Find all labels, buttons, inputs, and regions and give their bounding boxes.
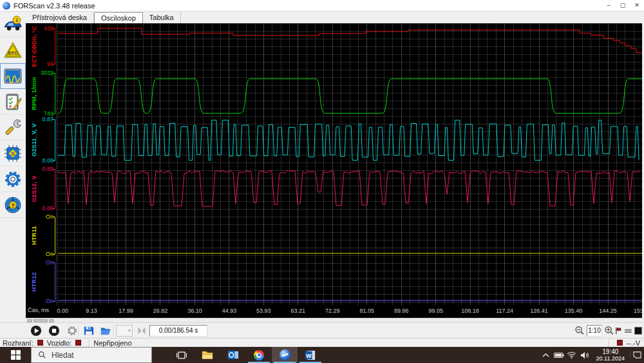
o2s11-axis-bracket xyxy=(52,120,55,161)
oscilloscope-icon xyxy=(3,66,23,86)
outlook-button[interactable] xyxy=(220,347,246,363)
x-axis-tick: 0.00 xyxy=(57,308,69,314)
service-icon xyxy=(3,118,23,137)
forscan-logo-icon xyxy=(3,2,10,10)
tab-osciloskop[interactable]: Osciloskop xyxy=(94,12,143,23)
oscilloscope-view[interactable]: 1009130327410.870.000.850.00OnOnOnOn0.00… xyxy=(26,23,642,318)
x-axis-title: Čas, ms xyxy=(28,307,49,313)
close-button[interactable]: ✕ xyxy=(630,0,644,11)
clear-button[interactable] xyxy=(134,324,149,337)
o2s12-axis-bracket xyxy=(52,170,55,209)
vehicle-label: Vozidlo: xyxy=(47,339,72,347)
chrome-button[interactable] xyxy=(246,347,272,363)
o2s12-channel-label: O2S12, V xyxy=(31,175,37,202)
speed-dropdown[interactable]: ▾ xyxy=(116,325,133,337)
sidebar-programming-button[interactable]: S xyxy=(0,141,26,166)
interface-label: Rozhraní: xyxy=(3,339,33,347)
x-axis-tick: 26.82 xyxy=(153,308,168,314)
tray-clock[interactable]: 19:40 20.11.2024 xyxy=(591,348,630,362)
stop-button[interactable] xyxy=(46,324,62,337)
x-axis-tick: 144.25 xyxy=(599,308,617,314)
forscan-icon xyxy=(279,349,290,360)
volume-icon[interactable] xyxy=(578,351,591,359)
tab-p-strojov-deska[interactable]: Přístrojová deska xyxy=(26,12,94,23)
minimize-button[interactable]: – xyxy=(601,0,616,11)
zoom-ratio-display: 1:10 xyxy=(587,325,602,337)
x-axis-tick: 81.05 xyxy=(359,308,374,314)
sidebar-tests-button[interactable] xyxy=(0,89,26,115)
programming-icon: S xyxy=(3,144,23,163)
htr11-min-label: On xyxy=(46,251,53,257)
search-placeholder: Hledat xyxy=(52,351,74,360)
tests-icon xyxy=(3,92,23,112)
tab-tabulka[interactable]: Tabulka xyxy=(143,12,181,23)
word-button[interactable]: W xyxy=(298,347,323,363)
o2s12-max-label: 0.85 xyxy=(42,166,53,172)
sidebar-service-button[interactable] xyxy=(0,115,26,141)
background-color-button[interactable] xyxy=(633,324,643,337)
maximize-button[interactable]: ▢ xyxy=(616,0,630,11)
x-axis-tick: 89.86 xyxy=(394,308,409,314)
x-axis-tick: 17.99 xyxy=(118,308,133,314)
ect-channel-label: ECT.OBDII, °C xyxy=(31,26,37,67)
taskbar-search[interactable]: Hledat xyxy=(31,347,152,363)
battery-voltage: --.-V xyxy=(627,339,640,347)
title-bar: FORScan v2.3.48 release – ▢ ✕ xyxy=(0,0,644,12)
search-icon xyxy=(38,351,46,359)
htr12-min-label: On xyxy=(46,298,53,304)
notification-center-button[interactable] xyxy=(630,351,644,358)
svg-text:DTC: DTC xyxy=(8,51,17,55)
toolbar-separator xyxy=(79,325,79,337)
connection-status: Nepřipojeno xyxy=(93,339,131,347)
sidebar-vehicle-info-button[interactable]: i xyxy=(0,12,26,37)
o2s12-trace xyxy=(58,171,640,207)
o2s11-trace xyxy=(58,120,639,160)
sidebar-dtc-button[interactable]: DTC xyxy=(0,37,26,63)
wifi-icon[interactable] xyxy=(565,351,578,358)
play-button[interactable] xyxy=(28,324,44,337)
open-button[interactable] xyxy=(98,324,113,337)
svg-text:S: S xyxy=(11,151,15,157)
scope-toolbar: ▾ 0.00/186.54 s 1:10 xyxy=(0,322,644,338)
x-axis-tick: 135.40 xyxy=(565,308,583,314)
zoom-out-button[interactable] xyxy=(572,324,587,337)
tray-time: 19:40 xyxy=(596,348,625,355)
scope-scrollbar[interactable] xyxy=(26,318,642,322)
tray-expand-button[interactable] xyxy=(540,353,553,358)
x-axis-tick: 153.18 xyxy=(634,308,642,314)
tab-bar: Přístrojová deskaOsciloskopTabulka xyxy=(26,12,644,23)
htr11-axis-bracket xyxy=(52,217,55,255)
sidebar: iDTCS? xyxy=(0,12,26,322)
sidebar-help-button[interactable]: ? xyxy=(0,192,26,218)
window-title: FORScan v2.3.48 release xyxy=(14,2,95,10)
marker-button[interactable] xyxy=(614,324,623,337)
x-axis-tick: 72.29 xyxy=(325,308,340,314)
task-view-button[interactable] xyxy=(169,347,194,363)
help-icon: ? xyxy=(3,195,23,215)
status-divider xyxy=(609,339,609,346)
save-button[interactable] xyxy=(81,324,97,337)
battery-status-indicator xyxy=(617,340,623,346)
sidebar-oscilloscope-button[interactable] xyxy=(0,63,26,89)
toolbar-separator xyxy=(113,325,114,337)
battery-icon[interactable] xyxy=(553,352,565,358)
record-settings-button[interactable] xyxy=(64,324,80,337)
ect-max-label: 100 xyxy=(44,25,53,32)
x-axis-tick: 9.13 xyxy=(86,308,97,314)
ect-trace xyxy=(58,28,642,53)
dtc-icon: DTC xyxy=(3,41,23,60)
o2s11-channel-label: O2S11_V, V xyxy=(31,123,37,157)
htr12-channel-label: HTR12 xyxy=(31,272,37,291)
start-button[interactable] xyxy=(0,347,31,363)
forscan-taskbar-button[interactable] xyxy=(272,347,298,363)
htr12-max-label: On xyxy=(46,259,53,266)
htr12-axis-bracket xyxy=(52,263,55,302)
grid-lines-button[interactable] xyxy=(623,324,633,337)
vehicle-status-indicator xyxy=(75,340,81,346)
ect-axis-bracket xyxy=(52,29,55,64)
file-explorer-button[interactable] xyxy=(194,347,220,363)
htr11-max-label: On xyxy=(46,213,53,220)
sidebar-settings-button[interactable] xyxy=(0,166,26,192)
settings-icon xyxy=(3,170,23,189)
status-divider xyxy=(89,339,90,346)
